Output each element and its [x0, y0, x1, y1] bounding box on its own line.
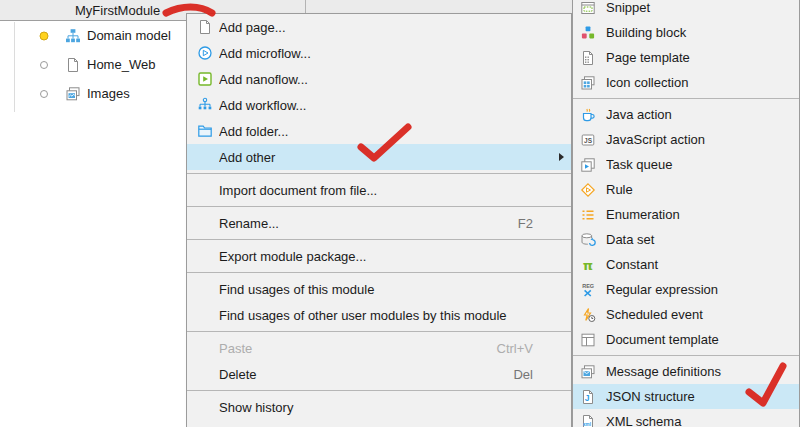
tree-item-domain-model[interactable]: Domain model — [0, 21, 186, 50]
page-icon — [197, 19, 213, 35]
microflow-icon — [197, 45, 213, 61]
menu-item-show-history[interactable]: Show history — [187, 394, 571, 420]
document-icon — [65, 57, 81, 73]
module-context-menu: Add page...Add microflow...Add nanoflow.… — [186, 13, 572, 427]
menu-item-label: Page template — [606, 50, 791, 65]
menu-item-add-nanoflow[interactable]: Add nanoflow... — [187, 66, 571, 92]
menu-item-export-module-package[interactable]: Export module package... — [187, 243, 571, 269]
menu-item-add-other[interactable]: Add other — [187, 144, 571, 170]
menu-item-label: Add microflow... — [219, 46, 563, 61]
menu-item-label: XML schema — [606, 414, 791, 427]
menu-separator — [573, 355, 799, 356]
tree-item-home-web[interactable]: Home_Web — [0, 50, 186, 79]
rule-icon — [580, 182, 596, 198]
svg-text:REG: REG — [582, 282, 594, 288]
menu-item-building-block[interactable]: Building block — [573, 20, 799, 45]
menu-item-label: Enumeration — [606, 207, 791, 222]
menu-item-label: Icon collection — [606, 75, 791, 90]
menu-item-rename[interactable]: Rename...F2 — [187, 210, 571, 236]
menu-item-label: Scheduled event — [606, 307, 791, 322]
menu-item-label: Task queue — [606, 157, 791, 172]
menu-separator — [187, 173, 571, 174]
menu-item-data-set[interactable]: Data set — [573, 227, 799, 252]
menu-item-label: Import document from file... — [219, 183, 563, 198]
menu-item-paste[interactable]: PasteCtrl+V — [187, 335, 571, 361]
menu-item-json-structure[interactable]: JJSON structure — [573, 384, 799, 409]
enumeration-icon — [580, 207, 596, 223]
chevron-down-icon[interactable] — [6, 2, 22, 18]
menu-item-regular-expression[interactable]: REGRegular expression — [573, 277, 799, 302]
menu-item-label: Building block — [606, 25, 791, 40]
shortcut-label: F2 — [518, 216, 533, 231]
menu-item-icon-collection[interactable]: Icon collection — [573, 70, 799, 95]
menu-item-import-document-from-file[interactable]: Import document from file... — [187, 177, 571, 203]
menu-separator — [573, 98, 799, 99]
images-icon — [65, 86, 81, 102]
icon-placeholder — [197, 215, 213, 231]
submenu-arrow-icon — [559, 153, 564, 161]
menu-item-constant[interactable]: πConstant — [573, 252, 799, 277]
document-template-icon — [580, 332, 596, 348]
menu-item-label: Add other — [219, 150, 563, 165]
icon-placeholder — [197, 248, 213, 264]
svg-text:π: π — [583, 257, 593, 272]
icon-placeholder — [197, 149, 213, 165]
menu-item-label: JSON structure — [606, 389, 791, 404]
menu-item-find-usages-of-this-module[interactable]: Find usages of this module — [187, 276, 571, 302]
add-other-submenu: SnippetBuilding blockPage templateIcon c… — [572, 0, 800, 427]
javascript-action-icon: JS — [580, 132, 596, 148]
snippet-icon — [580, 0, 596, 16]
tree-item-images[interactable]: Images — [0, 79, 186, 108]
menu-item-label: Rename... — [219, 216, 518, 231]
tree-item-label: Home_Web — [87, 57, 155, 72]
menu-item-label: Message definitions — [606, 364, 791, 379]
data-set-icon — [580, 232, 596, 248]
icon-placeholder — [197, 307, 213, 323]
java-action-icon — [580, 107, 596, 123]
menu-item-add-folder[interactable]: Add folder... — [187, 118, 571, 144]
message-definitions-icon — [580, 364, 596, 380]
menu-item-label: Find usages of other user modules by thi… — [219, 308, 563, 323]
menu-item-task-queue[interactable]: Task queue — [573, 152, 799, 177]
constant-icon: π — [580, 257, 596, 273]
changed-indicator-icon — [38, 2, 54, 18]
menu-item-delete[interactable]: DeleteDel — [187, 361, 571, 387]
menu-separator — [187, 272, 571, 273]
regular-expression-icon: REG — [580, 282, 596, 298]
menu-item-scheduled-event[interactable]: Scheduled event — [573, 302, 799, 327]
svg-text:xml: xml — [583, 422, 591, 427]
menu-item-rule[interactable]: Rule — [573, 177, 799, 202]
icon-placeholder — [197, 281, 213, 297]
menu-item-label: Add folder... — [219, 124, 563, 139]
page-template-icon — [580, 50, 596, 66]
icon-placeholder — [197, 399, 213, 415]
changed-indicator-icon — [36, 28, 52, 44]
unchanged-indicator-icon — [36, 86, 52, 102]
tree-item-label: MyFirstModule — [75, 3, 160, 18]
scheduled-event-icon — [580, 307, 596, 323]
task-queue-icon — [580, 157, 596, 173]
svg-text:JS: JS — [584, 136, 593, 143]
menu-item-find-usages-of-other-user-modules-by-this-module[interactable]: Find usages of other user modules by thi… — [187, 302, 571, 328]
menu-item-javascript-action[interactable]: JSJavaScript action — [573, 127, 799, 152]
tree-item-my-first-module[interactable]: MyFirstModule — [0, 0, 186, 20]
folder-icon — [197, 123, 213, 139]
menu-item-label: Export module package... — [219, 249, 563, 264]
menu-item-label: Add page... — [219, 20, 563, 35]
menu-item-page-template[interactable]: Page template — [573, 45, 799, 70]
menu-separator — [187, 331, 571, 332]
menu-item-add-workflow[interactable]: Add workflow... — [187, 92, 571, 118]
menu-item-add-page[interactable]: Add page... — [187, 14, 571, 40]
menu-item-xml-schema[interactable]: xmlXML schema — [573, 409, 799, 427]
menu-item-message-definitions[interactable]: Message definitions — [573, 359, 799, 384]
menu-item-add-microflow[interactable]: Add microflow... — [187, 40, 571, 66]
svg-text:J: J — [585, 393, 590, 403]
menu-separator — [187, 206, 571, 207]
icon-placeholder — [197, 182, 213, 198]
menu-item-document-template[interactable]: Document template — [573, 327, 799, 352]
menu-item-java-action[interactable]: Java action — [573, 102, 799, 127]
shortcut-label: Del — [513, 367, 533, 382]
menu-item-snippet[interactable]: Snippet — [573, 0, 799, 20]
menu-item-label: Data set — [606, 232, 791, 247]
menu-item-enumeration[interactable]: Enumeration — [573, 202, 799, 227]
